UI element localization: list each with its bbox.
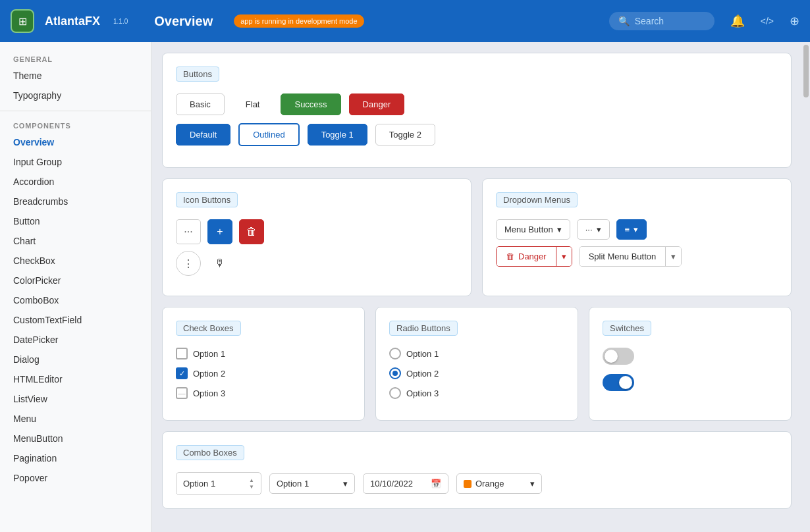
icon-btn-trash[interactable]: 🗑 [239, 219, 264, 244]
combo-spinner[interactable]: Option 1 ▲▼ [176, 472, 261, 495]
bell-icon[interactable]: 🔔 [730, 14, 745, 28]
switches-title: Switches [603, 321, 651, 336]
buttons-card: Buttons Basic Flat Success Danger Defaul… [162, 53, 792, 168]
combo-date[interactable]: 10/10/2022 📅 [363, 473, 448, 494]
dropdown-menus-card-title: Dropdown Menus [496, 192, 578, 207]
radio-option3[interactable]: Option 3 [389, 387, 564, 399]
menu-icon: ≡ [625, 225, 630, 234]
combo-date-label: 10/10/2022 [370, 479, 413, 489]
sidebar-item-colorpicker[interactable]: ColorPicker [0, 271, 151, 290]
checkbox-option1[interactable]: Option 1 [176, 348, 351, 359]
checkbox-option2[interactable]: ✓ Option 2 [176, 367, 351, 379]
calendar-icon: 📅 [431, 479, 441, 489]
blue-menu-dropdown[interactable]: ≡ ▾ [616, 219, 647, 240]
search-box[interactable]: 🔍 Search [609, 12, 715, 30]
icon-btn-plus[interactable]: + [207, 219, 232, 244]
switch-off[interactable] [603, 348, 634, 365]
sidebar-item-listview[interactable]: ListView [0, 389, 151, 409]
sidebar-item-popover[interactable]: Popover [0, 468, 151, 488]
sidebar-item-input-group[interactable]: Input Group [0, 152, 151, 172]
sidebar-item-chart[interactable]: Chart [0, 231, 151, 251]
radio-unchecked1[interactable] [389, 348, 401, 359]
sidebar-item-htmleditor[interactable]: HTMLEditor [0, 369, 151, 389]
sidebar-item-theme[interactable]: Theme [0, 66, 151, 86]
basic-button[interactable]: Basic [176, 93, 225, 115]
danger-split-button[interactable]: 🗑 Danger ▾ [496, 246, 572, 267]
danger-button[interactable]: Danger [349, 93, 405, 115]
split-menu-button[interactable]: Split Menu Button ▾ [579, 246, 682, 267]
sidebar-item-combobox[interactable]: ComboBox [0, 290, 151, 310]
sidebar-item-button[interactable]: Button [0, 211, 151, 231]
combo-spinner-label: Option 1 [183, 479, 215, 489]
combo-boxes-card: Combo Boxes Option 1 ▲▼ Option 1 ▾ 10/10… [162, 431, 792, 509]
app-version: 1.1.0 [113, 18, 128, 25]
scrollbar-thumb[interactable] [803, 45, 809, 97]
outlined-button[interactable]: Outlined [238, 123, 299, 146]
dots-dropdown[interactable]: ··· ▾ [577, 219, 610, 240]
radio-option1[interactable]: Option 1 [389, 348, 564, 359]
check-boxes-card: Check Boxes Option 1 ✓ Option 2 — Option… [162, 307, 365, 421]
dots-label: ··· [585, 225, 593, 234]
switch-on[interactable] [603, 374, 634, 391]
combo-boxes-title: Combo Boxes [176, 445, 244, 460]
sidebar-item-typography[interactable]: Typography [0, 86, 151, 105]
spinner-arrows: ▲▼ [249, 477, 254, 490]
sidebar-item-datepicker[interactable]: DatePicker [0, 330, 151, 350]
scrollbar-track[interactable] [802, 42, 810, 532]
general-section-label: GENERAL [0, 50, 151, 66]
chevron-down-icon2: ▾ [597, 225, 601, 234]
icon-btn-vertical-dots[interactable]: ⋮ [176, 251, 201, 276]
radio-option1-label: Option 1 [406, 349, 439, 359]
menu-button-dropdown[interactable]: Menu Button ▾ [496, 219, 570, 240]
toggle1-button[interactable]: Toggle 1 [308, 124, 367, 146]
sidebar-item-customtextfield[interactable]: CustomTextField [0, 310, 151, 330]
danger-split-arrow[interactable]: ▾ [556, 247, 572, 266]
danger-split-main[interactable]: 🗑 Danger [497, 247, 556, 266]
radio-buttons-title: Radio Buttons [389, 321, 458, 336]
dev-badge: app is running in development mode [234, 14, 364, 28]
combo-color[interactable]: Orange ▾ [456, 473, 542, 494]
sidebar-item-menu[interactable]: Menu [0, 409, 151, 429]
sidebar-item-breadcrumbs[interactable]: Breadcrumbs [0, 192, 151, 211]
split-menu-main[interactable]: Split Menu Button [580, 247, 666, 266]
sidebar-item-overview[interactable]: Overview [0, 132, 151, 152]
radio-selected2[interactable] [389, 367, 401, 379]
icon-btn-dots[interactable]: ··· [176, 219, 201, 244]
switches-card: Switches [589, 307, 792, 421]
sidebar-item-checkbox[interactable]: CheckBox [0, 251, 151, 271]
chevron-down-icon: ▾ [557, 225, 562, 234]
page-title: Overview [154, 14, 213, 29]
radio-option2[interactable]: Option 2 [389, 367, 564, 379]
flat-button[interactable]: Flat [232, 94, 273, 115]
code-icon[interactable]: </> [761, 16, 774, 26]
main-content: Buttons Basic Flat Success Danger Defaul… [151, 42, 802, 532]
orange-color-swatch [464, 480, 472, 488]
icon-btn-mic[interactable]: 🎙 [207, 251, 232, 276]
checkbox-indeterminate[interactable]: — [176, 387, 188, 399]
search-icon: 🔍 [618, 16, 630, 26]
github-icon[interactable]: ⊕ [790, 14, 799, 28]
chevron-down-combo: ▾ [343, 479, 348, 489]
success-button[interactable]: Success [281, 93, 340, 115]
radio-option2-label: Option 2 [406, 369, 439, 379]
radio-unchecked3[interactable] [389, 387, 401, 399]
default-button[interactable]: Default [176, 124, 230, 146]
check-boxes-title: Check Boxes [176, 321, 241, 336]
checkbox-checked[interactable]: ✓ [176, 367, 188, 379]
sidebar-item-menubutton[interactable]: MenuButton [0, 429, 151, 448]
toggle2-button[interactable]: Toggle 2 [375, 124, 435, 146]
checkbox-unchecked[interactable] [176, 348, 188, 359]
checkbox-option3-label: Option 3 [193, 388, 225, 398]
checkbox-option3[interactable]: — Option 3 [176, 387, 351, 399]
chevron-down-icon3: ▾ [634, 225, 638, 234]
radio-buttons-card: Radio Buttons Option 1 Option 2 Option 3 [375, 307, 578, 421]
menu-button-label: Menu Button [504, 225, 553, 234]
sidebar-item-accordion[interactable]: Accordion [0, 172, 151, 192]
split-menu-arrow[interactable]: ▾ [665, 247, 681, 266]
sidebar-item-pagination[interactable]: Pagination [0, 448, 151, 468]
components-section-label: COMPONENTS [0, 117, 151, 132]
sidebar-item-dialog[interactable]: Dialog [0, 350, 151, 369]
combo-dropdown1[interactable]: Option 1 ▾ [269, 473, 355, 494]
sidebar: GENERAL Theme Typography COMPONENTS Over… [0, 42, 151, 532]
header: ⊞ AtlantaFX 1.1.0 Overview app is runnin… [0, 0, 810, 42]
